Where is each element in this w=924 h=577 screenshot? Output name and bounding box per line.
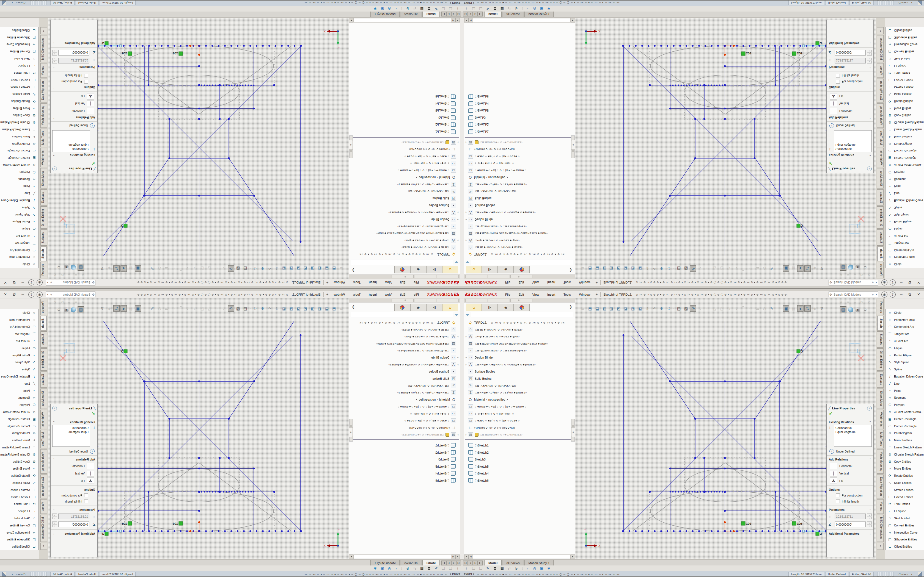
menu-item-extend-entities[interactable]: ⊢Extend Entities xyxy=(0,493,38,501)
ok-check-icon[interactable]: ✔ xyxy=(827,160,873,166)
ghost-ellipse-icon[interactable]: ◌ xyxy=(213,266,220,272)
view-settings-icon[interactable]: ◉ xyxy=(855,265,860,270)
save-icon[interactable]: ▤ xyxy=(676,305,682,311)
line-thickness-icon[interactable]: ≣ xyxy=(492,7,498,11)
command-tab-surfaces[interactable]: Surfaces xyxy=(877,229,884,246)
tree-item--253-352-[interactable]: ☆○253Е ♣ ◎ΛΑΦ○ ⊙ ○ΦΑΛ◎ ♣ Е352○ xyxy=(465,326,574,333)
tree-item--253-352-[interactable]: ☆○253Е ♣ ◎ΛΑΦ○ ⊙ ○ΦΑΛ◎ ♣ Е352○ xyxy=(465,244,574,251)
menu-item-ellipse[interactable]: ⬭Ellipse xyxy=(886,225,924,232)
menu-view[interactable]: View xyxy=(531,292,540,297)
command-tab--[interactable]: ... xyxy=(877,27,884,35)
dash-icon[interactable]: - xyxy=(249,266,251,272)
additional-parameters-header[interactable]: Additional Parameters⌄ xyxy=(51,41,97,46)
menu-item-3-point-center-recta-[interactable]: ◇3 Point Center Recta... xyxy=(886,161,924,169)
menu-item-stretch-entities[interactable]: ⊥Stretch Entities xyxy=(886,84,924,91)
scroll-left-icon[interactable]: ◀ xyxy=(464,554,468,559)
parameters-header[interactable]: Parameters⌃ xyxy=(51,64,97,70)
line-style-icon[interactable]: ▦ xyxy=(499,566,505,571)
panel-stub[interactable] xyxy=(488,299,510,302)
menu-item-fit-spline[interactable]: ⌐Fit Spline xyxy=(886,508,924,515)
menu-item-rotate-entities[interactable]: ⟳Rotate Entities xyxy=(0,472,38,479)
menu-item-circle[interactable]: ○Circle xyxy=(0,261,38,268)
last-tab-icon[interactable]: ▶| xyxy=(478,561,483,566)
menu-item-equation-driven-curve[interactable]: ƒEquation Driven Curve xyxy=(0,373,38,380)
settings-icon[interactable]: ✱ xyxy=(372,7,378,11)
ghost-triangle-icon[interactable]: △ xyxy=(711,266,718,272)
child-restore-icon[interactable]: ⊟ xyxy=(840,273,842,277)
ghost-wave-icon[interactable]: ≈ xyxy=(171,266,177,272)
settings-icon[interactable]: ✱ xyxy=(546,566,552,571)
revolved-cut-icon[interactable]: ⬔ xyxy=(630,305,636,311)
menu-item-fit-spline[interactable]: ⌐Fit Spline xyxy=(886,62,924,69)
tree-item--25-52-[interactable]: ▸◷○Λ*◎ ♣ 25⊙Ж○ ⊙ ○Ж⊙52 ♣ ◎*Λ○ xyxy=(350,237,459,244)
expand-arrow-icon[interactable]: ▸ xyxy=(456,218,459,221)
relation-item[interactable]: Equal length109 xyxy=(835,143,870,147)
menu-item-move-entities[interactable]: ↗Move Entities xyxy=(886,105,924,112)
menu-tools[interactable]: Tools xyxy=(352,292,361,297)
line-color-icon[interactable]: ✎ xyxy=(485,566,491,571)
ghost-ellipse-icon[interactable]: ◌ xyxy=(213,305,220,311)
search-box[interactable]: ⬙ ⌕ ▾ xyxy=(46,280,95,285)
revolved-cut-icon[interactable]: ⬔ xyxy=(288,266,294,272)
cone-right-edge[interactable] xyxy=(106,463,199,531)
prev-tab-icon[interactable]: ◀ xyxy=(451,11,456,16)
length-field[interactable]: 10.88152731 xyxy=(58,514,89,519)
child-restore2-icon[interactable]: ⊞ xyxy=(74,273,77,277)
vertical-relation-icon[interactable]: │ xyxy=(87,101,94,107)
scene-cube-icon[interactable]: ⬙ xyxy=(55,306,62,313)
tab-configuration-manager[interactable]: ⊕ xyxy=(410,266,426,273)
menu-item-perimeter-circle[interactable]: ◌Perimeter Circle xyxy=(886,254,924,261)
menu-item-spline[interactable]: ∿Spline xyxy=(886,366,924,373)
hole-wizard-icon[interactable]: ⬕ xyxy=(637,305,643,311)
search-dropdown-icon[interactable]: ▾ xyxy=(47,293,49,296)
command-tab-sketch[interactable]: Sketch xyxy=(40,247,47,261)
menu-item-convert-entities[interactable]: ▢Convert Entities xyxy=(886,522,924,529)
menu-item-sketch-fillet[interactable]: ◝Sketch Fillet xyxy=(0,55,38,62)
save-icon[interactable]: ▤ xyxy=(676,266,682,272)
help-icon[interactable]: ? xyxy=(28,280,34,286)
dash-icon[interactable]: - xyxy=(249,305,251,311)
tab-display-manager[interactable] xyxy=(514,304,530,311)
menu-item-circular-sketch-pattern[interactable]: ⊛Circular Sketch Pattern xyxy=(0,119,38,126)
tree-root-item[interactable]: ⬙ TЯPDL2. ◎ ЗЕ ◎ Ш ◎ ◎ ◎ ♣ ◎ ЭС ◎ ЗЕ ◎ ♦… xyxy=(465,251,574,258)
prev-tab-icon[interactable]: ◀ xyxy=(468,11,473,16)
command-tab-weldments[interactable]: Weldments xyxy=(877,148,884,167)
menu-item-line[interactable]: ╱Line xyxy=(886,190,924,197)
dash-icon[interactable]: - xyxy=(673,305,675,311)
rebuild-icon[interactable]: ◔ xyxy=(394,566,399,571)
ghost-spline-icon[interactable]: ∿ xyxy=(185,266,191,272)
appearance-sphere-icon[interactable] xyxy=(848,265,853,270)
child-maximize-icon[interactable]: ⧉ xyxy=(861,273,863,277)
menu-item-offset-entities[interactable]: ⊏Offset Entities xyxy=(886,543,924,550)
horizontal-relation-icon[interactable]: ─ xyxy=(830,463,837,469)
expand-arrow-icon[interactable]: ▸ xyxy=(456,239,459,242)
hole-wizard-icon[interactable]: ⬕ xyxy=(281,305,287,311)
splitter-handle[interactable] xyxy=(518,300,520,301)
menu-item-partial-ellipse[interactable]: ◖Partial Ellipse xyxy=(0,352,38,359)
layer-stack2-icon[interactable]: ❏ xyxy=(441,7,446,11)
menu-item-copy-entities[interactable]: ⧉Copy Entities xyxy=(0,112,38,119)
menu-item-corner-rectangle[interactable]: ▭Corner Rectangle xyxy=(0,147,38,155)
swept-boss-icon[interactable]: ◧ xyxy=(601,305,607,311)
model-tab-model[interactable]: Model xyxy=(484,560,502,566)
menu-item-spline[interactable]: ∿Spline xyxy=(0,204,38,211)
tree-item--25-n-n-n-n-52-[interactable]: ▸A○25ИN◎♣ Α ♣◎ИNΑ○ ⊙ ○ΑNИ◎♣ Α ♣◎NИ52○ xyxy=(350,209,459,216)
tree-item--9-9-[interactable]: ▭○ ♣Э9℮∙○ ♦◎[ ○ ⊙ ○ ]◎♦ ○∙℮9Э♣ ○ xyxy=(350,417,459,424)
add-relations-header[interactable]: Add Relations⌃ xyxy=(827,115,873,120)
swept-boss-icon[interactable]: ◧ xyxy=(317,266,323,272)
selected-line-handle[interactable] xyxy=(803,45,804,47)
tree-item-sketch3[interactable]: Sketch3 xyxy=(350,456,459,463)
length-spinner[interactable]: ▲▼ xyxy=(867,514,872,519)
parameters-header[interactable]: Parameters⌃ xyxy=(51,507,97,513)
ghost-grid-icon[interactable]: ▦ xyxy=(790,266,796,272)
scroll-right-icon[interactable]: ▶ xyxy=(570,18,575,23)
boundary-boss-icon[interactable]: ◩ xyxy=(615,266,622,272)
display-style-icon[interactable]: ▤ xyxy=(78,306,84,313)
checkbox-for-construction[interactable] xyxy=(836,493,840,497)
tree-item--25-52-[interactable]: ▸◷○Λ*◎ ♣ 25⊙Ж○ ⊙ ○Ж⊙52 ♣ ◎*Λ○ xyxy=(465,237,574,244)
menu-item-sketch-fillet[interactable]: ◝Sketch Fillet xyxy=(886,515,924,522)
fix-relation-icon[interactable]: ⚓ xyxy=(830,93,837,100)
menu-item-offset-entities[interactable]: ⊏Offset Entities xyxy=(0,27,38,34)
pin-icon[interactable]: ✦ xyxy=(326,281,329,285)
panel-help-icon[interactable]: ? xyxy=(52,166,57,171)
